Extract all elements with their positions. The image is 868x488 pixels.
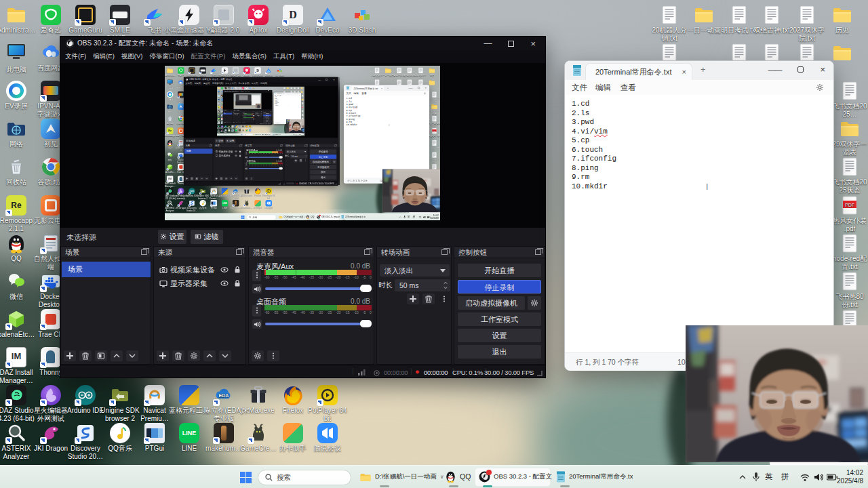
svg-text:EDA: EDA	[234, 190, 237, 192]
svg-text:EDA: EDA	[219, 393, 229, 398]
